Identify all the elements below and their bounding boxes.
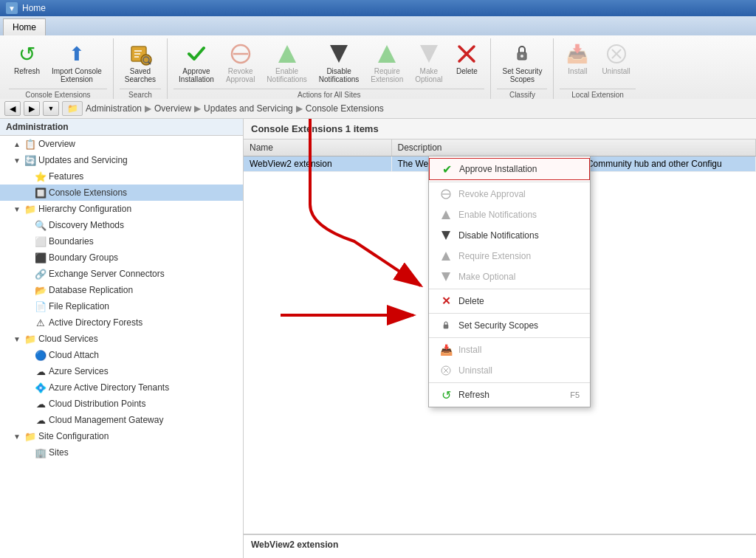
ctx-uninstall[interactable]: Uninstall	[429, 360, 590, 381]
sidebar-item-sites[interactable]: 🏢 Sites	[0, 444, 243, 461]
install-button[interactable]: 📥 Install	[560, 38, 595, 79]
overview-expand: ▲	[12, 139, 22, 149]
sidebar-item-boundary-groups[interactable]: ⬛ Boundary Groups	[0, 249, 243, 266]
ctx-refresh-label: Refresh	[458, 390, 489, 400]
sidebar-item-cloud-management-gateway[interactable]: ☁ Cloud Management Gateway	[0, 412, 243, 428]
ctx-disable-icon	[439, 229, 453, 242]
breadcrumb: Administration ▶ Overview ▶ Updates and …	[86, 103, 384, 114]
sidebar-item-discovery-methods[interactable]: 🔍 Discovery Methods	[0, 217, 243, 233]
revoke-approval-button[interactable]: Revoke Approval	[221, 38, 260, 87]
sidebar-item-console-extensions[interactable]: 🔲 Console Extensions	[0, 185, 243, 201]
delete-button[interactable]: Delete	[449, 38, 484, 79]
sidebar-item-file-replication[interactable]: 📄 File Replication	[0, 298, 243, 314]
sidebar-item-cloud-services[interactable]: ▼ 📁 Cloud Services	[0, 331, 243, 347]
saved-searches-button[interactable]: Saved Searches	[120, 38, 161, 87]
boundaries-label: Boundaries	[49, 236, 240, 247]
sidebar-item-cloud-attach[interactable]: 🔵 Cloud Attach	[0, 347, 243, 363]
overview-icon: 📋	[24, 137, 37, 151]
nav-dropdown-button[interactable]: ▼	[43, 101, 59, 116]
col-description[interactable]: Description	[391, 140, 756, 156]
sidebar-item-database-replication[interactable]: 📂 Database Replication	[0, 282, 243, 298]
ribbon-group-local-extension: 📥 Install Uninstall Local Extension	[554, 38, 641, 99]
svg-rect-26	[444, 325, 448, 328]
security-scopes-icon	[510, 42, 534, 66]
azure-services-label: Azure Services	[49, 366, 240, 376]
col-name[interactable]: Name	[244, 140, 391, 156]
console-extensions-group-label: Console Extensions	[9, 89, 107, 99]
sidebar-item-active-directory-forests[interactable]: ⚠ Active Directory Forests	[0, 314, 243, 331]
install-icon: 📥	[566, 42, 589, 66]
breadcrumb-admin[interactable]: Administration	[86, 103, 142, 114]
nav-back-button[interactable]: ◀	[4, 101, 21, 116]
ribbon-content: ↺ Refresh ⬆ Import Console Extension Con…	[0, 35, 756, 99]
sidebar-item-boundaries[interactable]: ⬜ Boundaries	[0, 233, 243, 249]
cloud-mgmt-gw-label: Cloud Management Gateway	[49, 415, 240, 425]
ctx-optional-icon	[439, 270, 453, 283]
actions-buttons: Approve Installation Revoke Approval	[173, 38, 484, 87]
ctx-refresh-icon: ↺	[439, 388, 453, 402]
ctx-set-security-scopes[interactable]: Set Security Scopes	[429, 315, 590, 336]
content-header: Console Extensions 1 items	[244, 119, 756, 140]
sidebar-item-site-configuration[interactable]: ▼ 📁 Site Configuration	[0, 428, 243, 444]
disable-notifications-button[interactable]: Disable Notifications	[314, 38, 364, 87]
delete-icon	[455, 42, 478, 66]
search-group-label: Search	[120, 89, 161, 99]
ctx-revoke-approval[interactable]: Revoke Approval	[429, 184, 590, 204]
tab-home[interactable]: Home	[3, 18, 46, 35]
set-security-scopes-button[interactable]: Set Security Scopes	[497, 38, 547, 87]
row-name: WebView2 extension	[244, 156, 391, 172]
breadcrumb-updates[interactable]: Updates and Servicing	[204, 103, 293, 114]
ctx-refresh-shortcut: F5	[570, 390, 580, 399]
ctx-require-extension[interactable]: Require Extension	[429, 246, 590, 266]
ctx-enable-icon	[439, 208, 453, 221]
approve-installation-button[interactable]: Approve Installation	[173, 38, 219, 87]
azure-ad-label: Azure Active Directory Tenants	[49, 382, 240, 393]
cloud-expand: ▼	[12, 334, 22, 344]
disable-notif-icon	[327, 42, 351, 66]
sidebar-item-updates-servicing[interactable]: ▼ 🔄 Updates and Servicing	[0, 152, 243, 168]
breadcrumb-console-extensions[interactable]: Console Extensions	[306, 103, 384, 114]
ctx-security-icon	[439, 319, 453, 332]
breadcrumb-overview[interactable]: Overview	[154, 103, 191, 114]
nav-forward-button[interactable]: ▶	[24, 101, 40, 116]
make-optional-button[interactable]: Make Optional	[410, 38, 447, 87]
hierarchy-label: Hierarchy Configuration	[38, 204, 240, 214]
title-bar: ▼ Home	[0, 0, 756, 16]
ctx-install-label: Install	[458, 345, 481, 355]
ctx-make-optional[interactable]: Make Optional	[429, 266, 590, 287]
ctx-delete[interactable]: ✕ Delete	[429, 291, 590, 311]
ad-forests-icon: ⚠	[34, 316, 47, 329]
detail-panel-title: WebView2 extension	[251, 540, 338, 550]
require-extension-button[interactable]: Require Extension	[365, 38, 408, 87]
sidebar-item-azure-services[interactable]: ☁ Azure Services	[0, 363, 243, 379]
discovery-label: Discovery Methods	[49, 220, 240, 230]
sidebar-item-overview[interactable]: ▲ 📋 Overview	[0, 136, 243, 152]
saved-searches-icon	[128, 42, 152, 66]
ctx-enable-notifications[interactable]: Enable Notifications	[429, 204, 590, 225]
sidebar-item-features[interactable]: ⭐ Features	[0, 168, 243, 185]
updates-expand: ▼	[12, 155, 22, 165]
ctx-disable-notifications[interactable]: Disable Notifications	[429, 225, 590, 246]
svg-marker-11	[378, 45, 396, 63]
approve-icon	[185, 42, 208, 66]
sidebar-item-hierarchy-config[interactable]: ▼ 📁 Hierarchy Configuration	[0, 201, 243, 217]
cloud-mgmt-gw-icon: ☁	[34, 413, 47, 427]
svg-marker-24	[441, 252, 450, 261]
sidebar-item-cloud-distribution-points[interactable]: ☁ Cloud Distribution Points	[0, 396, 243, 412]
sidebar-item-azure-ad-tenants[interactable]: 💠 Azure Active Directory Tenants	[0, 379, 243, 396]
sites-icon: 🏢	[34, 446, 47, 459]
file-replication-icon: 📄	[34, 300, 47, 313]
enable-notifications-button[interactable]: Enable Notifications	[261, 38, 312, 87]
boundaries-icon: ⬜	[34, 235, 47, 248]
revoke-icon	[229, 42, 252, 66]
ribbon-group-search: Saved Searches Search	[114, 38, 168, 99]
ctx-refresh[interactable]: ↺ Refresh F5	[429, 385, 590, 405]
ctx-install[interactable]: 📥 Install	[429, 340, 590, 360]
uninstall-button[interactable]: Uninstall	[597, 38, 635, 79]
cloud-dp-icon: ☁	[34, 397, 47, 410]
ctx-approve-installation[interactable]: ✔ Approve Installation	[429, 158, 590, 180]
sidebar-item-exchange-server-connectors[interactable]: 🔗 Exchange Server Connectors	[0, 266, 243, 282]
import-console-extension-button[interactable]: ⬆ Import Console Extension	[47, 38, 107, 87]
exchange-icon: 🔗	[34, 267, 47, 280]
refresh-button[interactable]: ↺ Refresh	[9, 38, 45, 79]
